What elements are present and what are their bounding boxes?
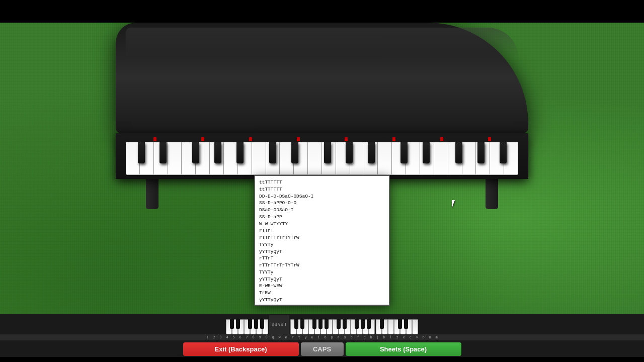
exit-button[interactable]: Exit (Backspace) [183,342,299,356]
sheet-line: yYTTyQyT [259,248,385,255]
piano-white-key[interactable] [238,142,252,175]
piano-white-key[interactable] [308,142,322,175]
piano-white-key[interactable] [434,142,448,175]
piano-leg-left [146,179,158,209]
mini-black-key[interactable] [254,319,258,329]
key-num-label: j [374,335,381,339]
key-num-label: 1 [204,335,211,339]
key-labels-container: @ $ % & ! [269,315,289,334]
mini-black-key[interactable] [300,319,304,329]
piano-white-key[interactable] [476,142,490,175]
mini-black-key[interactable] [380,319,384,329]
key-num-label: d [348,335,355,339]
piano-white-key[interactable] [462,142,476,175]
piano-white-key[interactable] [154,142,168,175]
key-num-label: 8 [250,335,257,339]
sheet-line: yYTTyQyT [259,276,385,283]
mini-black-key[interactable] [230,319,234,329]
key-num-label: w [276,335,283,339]
piano-white-key[interactable] [280,142,294,175]
sheet-line: ttTTTTTT [259,186,385,193]
key-num-label: 0 [263,335,270,339]
piano-keyboard-section [116,133,528,179]
key-num-label: 6 [237,335,244,339]
mini-black-key[interactable] [398,319,402,329]
red-markers-row [126,137,518,141]
sheet-line: rTTrT [259,227,385,234]
piano-white-key[interactable] [126,142,140,175]
red-marker [201,137,204,141]
key-num-label: n [427,335,433,339]
key-num-label: r [289,335,296,339]
piano-white-key[interactable] [490,142,504,175]
mini-black-key[interactable] [361,319,365,329]
piano-white-key[interactable] [364,142,378,175]
sheet-line: SS-D-aPPO-O-O [259,200,385,207]
sheet-line: TrEW [259,290,385,297]
mini-black-key[interactable] [325,319,329,329]
piano-white-key[interactable] [140,142,154,175]
sheet-line: DSaO-ODSaO-I [259,207,385,214]
mini-black-key[interactable] [355,319,359,329]
action-buttons-row: Exit (Backspace) CAPS Sheets (Space) [0,340,644,357]
key-number-labels: 1 2 3 4 5 6 7 8 9 0 q w e r t y u i o p … [0,334,644,340]
piano-white-key[interactable] [210,142,224,175]
sheet-line: SS-D-aPP [259,214,385,221]
mini-black-key[interactable] [343,319,347,329]
piano-white-key[interactable] [504,142,518,175]
mini-black-key[interactable] [404,319,408,329]
piano-white-key[interactable] [406,142,420,175]
sheet-line: rTTrTTrTrTYTrW [259,234,385,241]
mini-black-key[interactable] [236,319,240,329]
piano-white-key[interactable] [336,142,350,175]
mini-black-key[interactable] [294,319,298,329]
red-marker [153,137,156,141]
sheets-button[interactable]: Sheets (Space) [346,342,461,356]
piano-white-key[interactable] [294,142,308,175]
key-num-label: s [342,335,348,339]
mini-black-key[interactable] [312,319,316,329]
mini-white-key[interactable] [412,319,418,334]
piano-white-key[interactable] [448,142,462,175]
red-marker [345,137,348,141]
sheet-line: rTTrT [259,255,385,262]
mini-black-key[interactable] [260,319,264,329]
mini-black-key[interactable] [248,319,252,329]
mini-white-key[interactable] [388,319,394,334]
mini-black-key[interactable] [367,319,371,329]
key-num-label: 2 [211,335,217,339]
key-num-label: y [302,335,309,339]
piano-white-key[interactable] [182,142,196,175]
left-mini-keyboard [226,315,268,334]
key-num-label: g [361,335,368,339]
piano-keys[interactable] [126,142,518,175]
red-marker [297,137,300,141]
piano-white-key[interactable] [266,142,280,175]
sheet-line: TYYTy [259,269,385,276]
caps-button[interactable]: CAPS [301,342,344,356]
sheet-line: rTTrTTrTrTYTrW [259,262,385,269]
key-num-label: q [270,335,276,339]
sheet-scroll-area[interactable]: ttTTTTTTttTTTTTTDD-D-D-DSaO-ODSaO-ISS-D-… [255,176,389,305]
key-num-label: z [394,335,400,339]
piano-white-key[interactable] [392,142,406,175]
key-num-label: 7 [244,335,250,339]
piano-white-key[interactable] [168,142,182,175]
piano-white-key[interactable] [322,142,336,175]
sheet-music-panel[interactable]: ttTTTTTTttTTTTTTDD-D-D-DSaO-ODSaO-ISS-D-… [254,175,390,306]
key-num-label: x [400,335,407,339]
piano-white-key[interactable] [420,142,434,175]
sheet-line: TYYTy [259,241,385,248]
mini-black-key[interactable] [337,319,341,329]
key-num-label: i [315,335,322,339]
piano-white-key[interactable] [224,142,238,175]
mini-black-key[interactable] [318,319,323,329]
piano-white-key[interactable] [252,142,266,175]
piano-white-key[interactable] [378,142,392,175]
sheet-line: E-WE-WEW [259,304,385,305]
piano-white-key[interactable] [196,142,210,175]
piano-white-key[interactable] [350,142,364,175]
key-num-label: u [309,335,315,339]
key-label: ! [284,323,287,327]
key-num-label: f [355,335,361,339]
